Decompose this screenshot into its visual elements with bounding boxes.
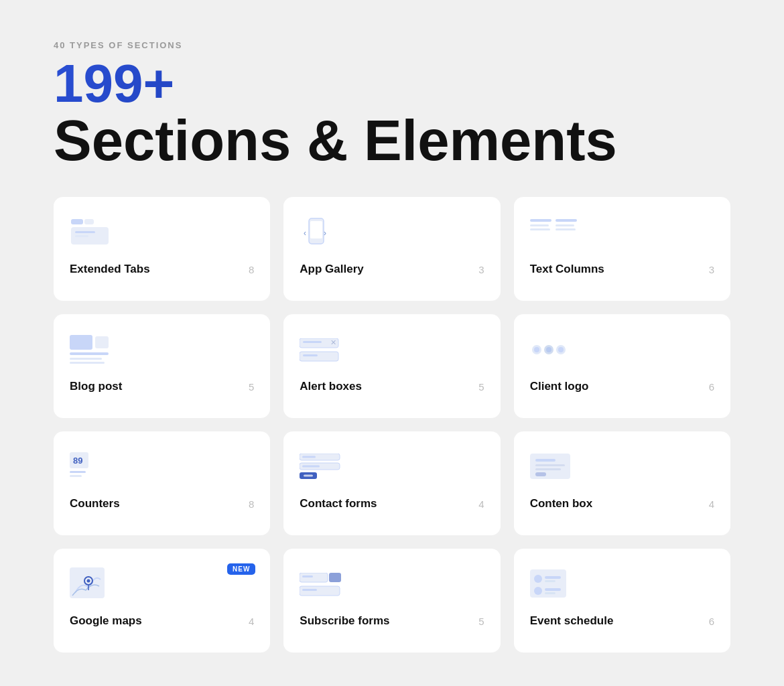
extended-tabs-label: Extended Tabs: [70, 263, 150, 276]
svg-rect-11: [530, 228, 550, 230]
counters-label: Counters: [70, 497, 120, 510]
svg-rect-53: [302, 589, 317, 591]
alert-boxes-count: 5: [478, 381, 484, 393]
svg-rect-38: [302, 466, 320, 468]
svg-rect-10: [530, 224, 549, 226]
card-alert-boxes[interactable]: ✕ Alert boxes5: [283, 314, 500, 418]
svg-rect-50: [302, 575, 313, 577]
svg-rect-15: [70, 335, 92, 350]
client-logo-count: 6: [709, 381, 714, 393]
conten-box-label: Conten box: [530, 497, 593, 510]
card-client-logo[interactable]: Client logo6: [514, 314, 730, 418]
google-maps-new-badge: NEW: [227, 563, 255, 575]
card-google-maps[interactable]: Google maps4NEW: [54, 549, 270, 653]
svg-rect-59: [545, 588, 561, 591]
text-columns-icon: [530, 216, 714, 249]
client-logo-label: Client logo: [530, 380, 589, 393]
card-subscribe-forms[interactable]: Subscribe forms5: [283, 549, 500, 653]
svg-rect-1: [84, 219, 94, 224]
svg-rect-6: [310, 221, 322, 238]
conten-box-icon: [530, 450, 714, 484]
counters-icon: 89: [70, 450, 254, 484]
subscribe-forms-label: Subscribe forms: [300, 614, 389, 628]
svg-rect-46: [70, 567, 105, 598]
svg-point-29: [546, 347, 551, 352]
svg-rect-51: [329, 573, 341, 582]
svg-rect-36: [302, 456, 316, 458]
svg-rect-17: [70, 358, 102, 360]
card-event-schedule[interactable]: Event schedule6: [514, 549, 730, 653]
blog-post-count: 5: [249, 381, 254, 393]
svg-text:✕: ✕: [330, 338, 336, 346]
svg-rect-18: [70, 362, 105, 364]
contact-forms-count: 4: [478, 498, 484, 510]
svg-rect-43: [535, 464, 565, 466]
svg-rect-45: [535, 472, 546, 476]
big-title: Sections & Elements: [54, 111, 730, 170]
svg-point-58: [534, 587, 542, 595]
big-number: 199+: [54, 57, 730, 111]
extended-tabs-icon: [70, 216, 254, 249]
card-extended-tabs[interactable]: Extended Tabs8: [54, 197, 270, 301]
app-gallery-icon: ‹ ›: [300, 216, 484, 249]
svg-rect-16: [70, 352, 109, 355]
svg-rect-57: [545, 580, 556, 582]
svg-point-30: [558, 347, 564, 352]
app-gallery-count: 3: [478, 264, 484, 275]
alert-boxes-icon: ✕: [300, 333, 484, 366]
event-schedule-count: 6: [709, 616, 714, 627]
alert-boxes-label: Alert boxes: [300, 380, 362, 393]
text-columns-label: Text Columns: [530, 263, 604, 276]
card-counters[interactable]: 89 Counters8: [54, 431, 270, 535]
svg-rect-19: [95, 336, 109, 348]
svg-rect-60: [545, 592, 556, 594]
svg-rect-40: [304, 475, 313, 477]
event-schedule-label: Event schedule: [530, 614, 614, 628]
svg-rect-4: [75, 235, 88, 237]
counters-count: 8: [249, 498, 254, 510]
conten-box-count: 4: [709, 498, 714, 510]
svg-text:89: 89: [73, 456, 82, 466]
card-blog-post[interactable]: Blog post5: [54, 314, 270, 418]
card-app-gallery[interactable]: ‹ › App Gallery3: [283, 197, 500, 301]
card-text-columns[interactable]: Text Columns3: [514, 197, 730, 301]
svg-rect-33: [70, 471, 86, 473]
contact-forms-icon: [300, 450, 484, 484]
blog-post-icon: [70, 333, 254, 366]
card-contact-forms[interactable]: Contact forms4: [283, 431, 500, 535]
subtitle: 40 Types of Sections: [54, 40, 730, 50]
blog-post-label: Blog post: [70, 380, 122, 393]
svg-rect-42: [535, 459, 556, 462]
subscribe-forms-icon: [300, 567, 484, 601]
svg-rect-3: [75, 231, 95, 233]
cards-grid: Extended Tabs8 ‹ › App Gallery3 Text Col…: [54, 197, 730, 653]
svg-rect-13: [556, 224, 574, 226]
svg-text:‹: ‹: [304, 228, 306, 238]
app-gallery-label: App Gallery: [300, 263, 363, 276]
event-schedule-icon: [530, 567, 714, 601]
svg-rect-34: [70, 475, 82, 477]
svg-rect-56: [545, 576, 561, 579]
subscribe-forms-count: 5: [478, 616, 484, 627]
svg-point-55: [534, 575, 542, 583]
text-columns-count: 3: [709, 264, 714, 275]
svg-rect-12: [556, 219, 577, 222]
google-maps-count: 4: [249, 616, 254, 627]
google-maps-label: Google maps: [70, 614, 142, 628]
extended-tabs-count: 8: [249, 264, 254, 275]
card-conten-box[interactable]: Conten box4: [514, 431, 730, 535]
svg-rect-24: [303, 354, 318, 356]
google-maps-icon: [70, 567, 254, 601]
svg-rect-9: [530, 219, 551, 222]
contact-forms-label: Contact forms: [300, 497, 377, 510]
svg-rect-14: [556, 228, 576, 230]
svg-point-48: [87, 579, 90, 583]
svg-rect-0: [71, 219, 83, 224]
svg-rect-21: [303, 341, 322, 343]
svg-point-28: [534, 347, 539, 352]
svg-rect-44: [535, 468, 561, 470]
svg-text:›: ›: [324, 228, 326, 238]
client-logo-icon: [530, 333, 714, 366]
